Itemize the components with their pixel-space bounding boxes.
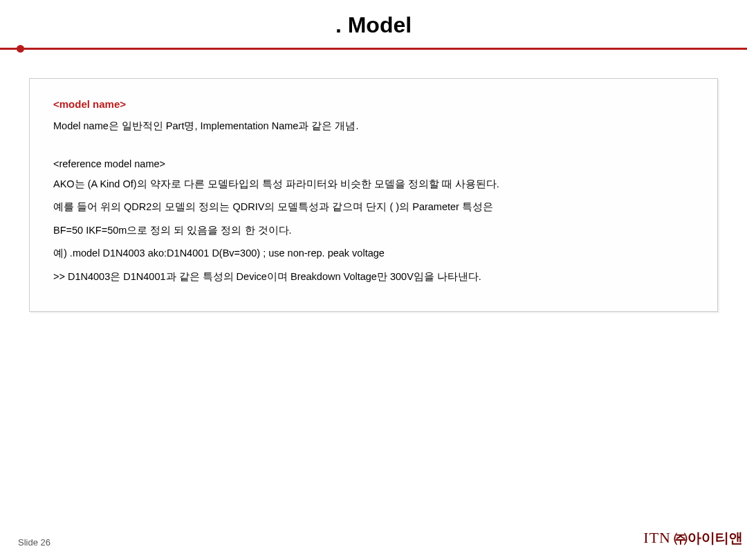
brand-itn: ITN (643, 529, 671, 546)
slide-title: . Model (0, 0, 747, 46)
section-reference-line-4: 예) .model D1N4003 ako:D1N4001 D(Bv=300) … (53, 244, 694, 263)
content-box: <model name> Model name은 일반적인 Part명, Imp… (29, 78, 718, 312)
spacer (53, 140, 694, 158)
brand: ITN㈜아이티앤 (643, 529, 743, 548)
section-reference-line-1: AKO는 (A Kind Of)의 약자로 다른 모델타입의 특성 파라미터와 … (53, 175, 694, 194)
section-reference-head: <reference model name> (53, 158, 694, 169)
slide-number: Slide 26 (18, 537, 50, 548)
divider-line (0, 48, 747, 50)
footer: Slide 26 ITN㈜아이티앤 (0, 529, 747, 548)
section-model-name-body: Model name은 일반적인 Part명, Implementation N… (53, 117, 694, 136)
section-model-name-head: <model name> (53, 98, 694, 110)
section-reference-line-2: 예를 들어 위의 QDR2의 모델의 정의는 QDRIV의 모델특성과 같으며 … (53, 198, 694, 217)
title-divider (0, 46, 747, 50)
section-reference-line-3: BF=50 IKF=50m으로 정의 되 있음을 정의 한 것이다. (53, 221, 694, 241)
brand-ko: ㈜아이티앤 (674, 530, 743, 545)
divider-dot-icon (17, 45, 24, 53)
section-reference-line-5: >> D1N4003은 D1N4001과 같은 특성의 Device이며 Bre… (53, 268, 694, 287)
